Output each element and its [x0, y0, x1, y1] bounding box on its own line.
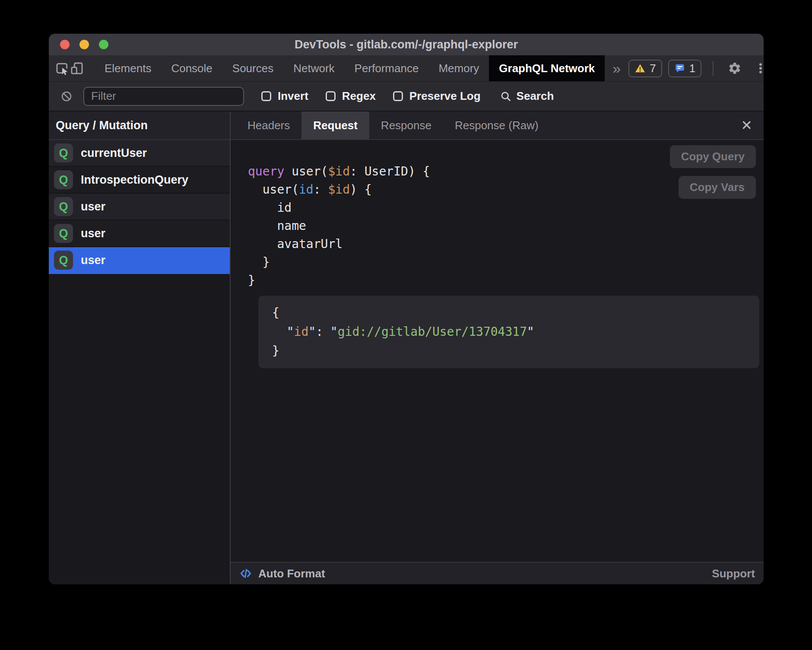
query-type-badge: Q	[54, 251, 73, 270]
filter-bar: InvertRegexPreserve Log Search	[49, 81, 764, 112]
checkbox-regex[interactable]: Regex	[326, 89, 376, 103]
close-icon: ✕	[741, 118, 752, 133]
request-list-header: Query / Mutation	[49, 112, 230, 140]
warnings-count: 7	[650, 62, 656, 75]
search-button[interactable]: Search	[500, 89, 554, 103]
code-line: }	[248, 271, 764, 290]
minimize-window-button[interactable]	[79, 40, 89, 49]
detail-tab-headers[interactable]: Headers	[236, 112, 301, 139]
settings-button[interactable]	[725, 58, 745, 78]
list-item-2[interactable]: Quser	[49, 194, 230, 220]
list-item-3[interactable]: Quser	[49, 220, 230, 247]
inspect-cursor-icon	[55, 61, 70, 76]
copy-query-button[interactable]: Copy Query	[670, 145, 756, 168]
filter-checkbox-group: InvertRegexPreserve Log	[244, 89, 481, 103]
tab-memory[interactable]: Memory	[428, 55, 489, 81]
copy-vars-button[interactable]: Copy Vars	[679, 176, 756, 199]
checkbox-label-preserve-log: Preserve Log	[409, 89, 481, 103]
request-name: user	[81, 227, 105, 240]
checkbox-label-regex: Regex	[342, 89, 376, 103]
list-item-0[interactable]: QcurrentUser	[49, 140, 230, 167]
tab-elements[interactable]: Elements	[95, 55, 161, 81]
search-label: Search	[517, 89, 554, 103]
traffic-lights	[60, 34, 108, 55]
tab-performance[interactable]: Performance	[345, 55, 429, 81]
kebab-menu-icon	[754, 62, 764, 75]
support-link[interactable]: Support	[712, 567, 755, 580]
detail-tab-strip: HeadersRequestResponseResponse (Raw)	[236, 112, 550, 139]
code-line: }	[272, 341, 759, 360]
checkbox-box-regex[interactable]	[326, 91, 336, 101]
detail-tab-response[interactable]: Response	[369, 112, 443, 139]
query-type-badge: Q	[54, 143, 73, 162]
tab-graphql-network[interactable]: GraphQL Network	[489, 55, 605, 81]
request-list: QcurrentUserQIntrospectionQueryQuserQuse…	[49, 140, 230, 274]
search-icon	[500, 90, 512, 102]
filter-input[interactable]	[83, 87, 244, 106]
detail-panel: HeadersRequestResponseResponse (Raw) ✕ q…	[231, 112, 764, 584]
footer-bar: Auto Format Support	[231, 562, 764, 584]
device-toolbar-button[interactable]	[70, 58, 84, 78]
auto-format-label: Auto Format	[258, 567, 325, 580]
tab-network[interactable]: Network	[283, 55, 344, 81]
more-tabs-button[interactable]: »	[605, 55, 628, 81]
request-list-panel: Query / Mutation QcurrentUserQIntrospect…	[49, 112, 231, 584]
code-line: }	[248, 253, 764, 271]
checkbox-invert[interactable]: Invert	[261, 89, 308, 103]
code-line: id	[248, 199, 764, 217]
variables-box: { "id": "gid://gitlab/User/13704317"}	[258, 296, 759, 368]
query-type-badge: Q	[54, 224, 73, 243]
request-name: currentUser	[81, 147, 147, 160]
block-icon	[60, 90, 73, 102]
more-options-button[interactable]	[751, 58, 764, 78]
clear-button[interactable]	[57, 86, 76, 106]
tab-console[interactable]: Console	[161, 55, 222, 81]
toolbar-right-group: 7 1	[628, 55, 764, 81]
checkbox-preserve-log[interactable]: Preserve Log	[393, 89, 481, 103]
code-line: {	[272, 303, 759, 322]
chevron-double-right-icon: »	[612, 60, 621, 77]
window-title: DevTools - gitlab.com/-/graphql-explorer	[295, 38, 518, 51]
request-content: query user($id: UserID) { user(id: $id) …	[231, 140, 764, 562]
list-item-1[interactable]: QIntrospectionQuery	[49, 167, 230, 194]
gear-icon	[728, 61, 742, 75]
devtools-tab-strip: ElementsConsoleSourcesNetworkPerformance…	[95, 55, 605, 81]
variables-code: { "id": "gid://gitlab/User/13704317"}	[272, 303, 759, 360]
code-line: name	[248, 217, 764, 235]
checkbox-label-invert: Invert	[278, 89, 308, 103]
inspect-element-button[interactable]	[55, 58, 70, 78]
checkbox-box-invert[interactable]	[261, 91, 271, 101]
detail-tabs-row: HeadersRequestResponseResponse (Raw) ✕	[231, 112, 764, 140]
code-line: avatarUrl	[248, 235, 764, 253]
message-bubble-icon	[674, 63, 685, 74]
request-name: IntrospectionQuery	[81, 173, 188, 187]
issues-badge[interactable]: 1	[668, 60, 701, 77]
devtools-window: DevTools - gitlab.com/-/graphql-explorer…	[49, 34, 764, 584]
tab-sources[interactable]: Sources	[222, 55, 283, 81]
main-area: Query / Mutation QcurrentUserQIntrospect…	[49, 112, 764, 584]
warnings-badge[interactable]: 7	[628, 60, 662, 77]
close-detail-button[interactable]: ✕	[730, 118, 764, 132]
device-toolbar-icon	[70, 61, 84, 76]
code-brackets-icon	[239, 567, 252, 580]
query-type-badge: Q	[54, 197, 73, 216]
warning-triangle-icon	[634, 63, 646, 74]
checkbox-box-preserve-log[interactable]	[393, 91, 403, 101]
issues-count: 1	[689, 62, 695, 75]
list-item-4[interactable]: Quser	[49, 247, 230, 274]
close-window-button[interactable]	[60, 40, 70, 49]
titlebar: DevTools - gitlab.com/-/graphql-explorer	[49, 34, 764, 55]
toolbar-separator	[713, 61, 714, 76]
copy-buttons: Copy Query Copy Vars	[670, 145, 756, 199]
detail-tab-response-raw[interactable]: Response (Raw)	[443, 112, 550, 139]
maximize-window-button[interactable]	[99, 40, 108, 49]
request-name: user	[81, 200, 105, 213]
code-line: "id": "gid://gitlab/User/13704317"	[272, 322, 759, 341]
request-name: user	[81, 254, 105, 267]
query-type-badge: Q	[54, 170, 73, 189]
devtools-toolbar: ElementsConsoleSourcesNetworkPerformance…	[49, 55, 764, 81]
auto-format-button[interactable]: Auto Format	[239, 567, 325, 580]
detail-tab-request[interactable]: Request	[301, 112, 369, 139]
